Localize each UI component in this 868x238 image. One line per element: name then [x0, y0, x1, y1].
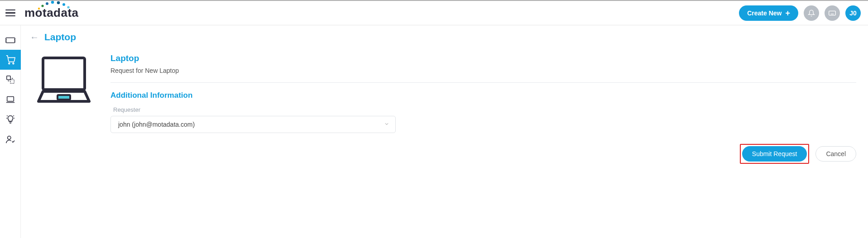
section-title: Additional Information — [110, 91, 856, 100]
cart-icon — [5, 55, 15, 65]
svg-rect-24 — [58, 95, 70, 100]
svg-point-14 — [13, 63, 14, 64]
svg-line-20 — [7, 115, 7, 116]
svg-rect-23 — [43, 58, 85, 90]
svg-point-3 — [51, 1, 54, 4]
svg-line-21 — [13, 115, 14, 116]
submit-request-button[interactable]: Submit Request — [742, 146, 807, 162]
svg-rect-15 — [7, 76, 10, 80]
cancel-button[interactable]: Cancel — [815, 146, 856, 162]
svg-point-2 — [46, 2, 48, 5]
swap-icon — [5, 75, 15, 85]
menu-toggle-button[interactable] — [5, 8, 15, 18]
item-title: Laptop — [110, 53, 856, 63]
page-header: ← Laptop — [30, 32, 856, 43]
keyboard-shortcuts-button[interactable] — [825, 5, 840, 21]
svg-point-13 — [9, 63, 10, 64]
brand-text: motadata — [24, 6, 79, 20]
avatar-initials: J0 — [849, 10, 857, 17]
sidebar — [0, 25, 21, 238]
svg-rect-7 — [829, 11, 836, 15]
plus-icon: + — [785, 9, 790, 17]
action-row: Submit Request Cancel — [110, 144, 856, 164]
ticket-icon — [5, 35, 15, 45]
requester-select-wrap: john (john@motadata.com) — [110, 116, 396, 133]
svg-rect-16 — [10, 80, 14, 83]
detail-body: Laptop Request for New Laptop Additional… — [110, 53, 856, 164]
bell-icon — [808, 10, 815, 17]
divider — [110, 82, 856, 83]
topbar: motadata Create New + J0 — [0, 0, 868, 25]
laptop-icon — [5, 95, 15, 105]
sidebar-item-approvals[interactable] — [0, 129, 21, 149]
notifications-button[interactable] — [804, 5, 819, 21]
svg-rect-17 — [7, 97, 14, 101]
sidebar-item-service-catalog[interactable] — [0, 50, 21, 70]
svg-point-22 — [8, 136, 11, 139]
create-new-label: Create New — [747, 10, 782, 17]
submit-highlight-box: Submit Request — [740, 144, 810, 164]
avatar[interactable]: J0 — [845, 5, 861, 21]
create-new-button[interactable]: Create New + — [739, 5, 798, 21]
requester-label: Requester — [113, 106, 856, 113]
sidebar-item-assets[interactable] — [0, 90, 21, 109]
content-area: ← Laptop Laptop Request for New Laptop A… — [21, 25, 868, 238]
user-check-icon — [5, 134, 15, 144]
brand-logo[interactable]: motadata — [24, 6, 79, 20]
page-title: Laptop — [44, 32, 76, 43]
lightbulb-icon — [5, 114, 15, 124]
sidebar-item-change[interactable] — [0, 70, 21, 90]
svg-point-4 — [57, 1, 60, 5]
item-icon-container — [30, 53, 98, 106]
requester-select[interactable]: john (john@motadata.com) — [110, 116, 396, 133]
item-description: Request for New Laptop — [110, 67, 856, 74]
sidebar-item-knowledge[interactable] — [0, 109, 21, 129]
laptop-large-icon — [37, 56, 91, 106]
back-arrow-icon[interactable]: ← — [30, 33, 39, 42]
sidebar-item-tickets[interactable] — [0, 30, 21, 50]
keyboard-icon — [829, 10, 836, 16]
